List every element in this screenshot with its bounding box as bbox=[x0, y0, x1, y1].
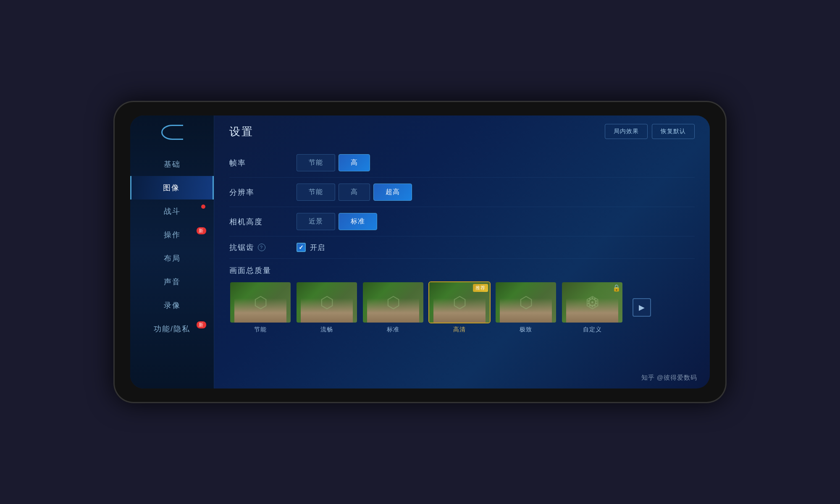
quality-card-hd-label: 高清 bbox=[453, 326, 466, 333]
quality-card-custom-img: ⚙ 🔒 bbox=[561, 281, 623, 323]
quality-card-ultra-bg bbox=[496, 282, 556, 323]
resolution-row: 分辨率 节能 高 超高 bbox=[229, 178, 695, 207]
frame-rate-economy-btn[interactable]: 节能 bbox=[297, 154, 335, 171]
anti-aliasing-controls: ✓ 开启 bbox=[297, 243, 325, 252]
quality-card-ultra-img bbox=[495, 281, 557, 323]
resolution-ultra-btn[interactable]: 超高 bbox=[373, 184, 412, 201]
quality-card-custom[interactable]: ⚙ 🔒 自定义 bbox=[561, 281, 623, 333]
anti-aliasing-check-label: 开启 bbox=[310, 243, 325, 252]
anti-aliasing-checkbox[interactable]: ✓ bbox=[297, 243, 306, 252]
frame-rate-label: 帧率 bbox=[229, 158, 280, 168]
logo-shape bbox=[161, 125, 183, 140]
quality-card-ultra[interactable]: 极致 bbox=[495, 281, 557, 333]
lock-icon: 🔒 bbox=[612, 284, 621, 292]
operation-badge-new: 新 bbox=[197, 227, 206, 234]
camera-height-row: 相机高度 近景 标准 bbox=[229, 207, 695, 236]
resolution-economy-btn[interactable]: 节能 bbox=[297, 184, 335, 201]
quality-card-smooth-img bbox=[296, 281, 358, 323]
quality-card-economy[interactable]: 节能 bbox=[229, 281, 291, 333]
frame-rate-high-btn[interactable]: 高 bbox=[339, 154, 370, 171]
sidebar-item-image[interactable]: 图像 bbox=[130, 176, 214, 200]
sidebar-item-recording[interactable]: 录像 bbox=[130, 294, 214, 317]
sidebar-item-combat[interactable]: 战斗 bbox=[130, 200, 214, 223]
quality-title: 画面总质量 bbox=[229, 265, 695, 276]
header-buttons: 局内效果 恢复默认 bbox=[605, 124, 695, 139]
sidebar-item-basics[interactable]: 基础 bbox=[130, 152, 214, 176]
quality-card-economy-label: 节能 bbox=[254, 326, 267, 333]
watermark: 知乎 @彼得爱数码 bbox=[641, 374, 697, 382]
quality-card-standard-bg bbox=[363, 282, 423, 323]
page-title: 设置 bbox=[229, 124, 254, 139]
play-button[interactable]: ▶ bbox=[633, 298, 651, 317]
phone-screen: 基础 图像 战斗 操作 新 布局 声音 bbox=[130, 116, 710, 388]
restore-defaults-button[interactable]: 恢复默认 bbox=[652, 124, 695, 139]
resolution-label: 分辨率 bbox=[229, 187, 280, 197]
main-content: 设置 局内效果 恢复默认 帧率 节能 高 bbox=[214, 116, 710, 388]
sidebar: 基础 图像 战斗 操作 新 布局 声音 bbox=[130, 116, 214, 388]
quality-card-ultra-label: 极致 bbox=[520, 326, 532, 333]
logo bbox=[160, 124, 185, 141]
function-badge-new: 新 bbox=[197, 321, 206, 328]
play-btn-area: ▶ bbox=[633, 298, 651, 317]
quality-card-economy-bg bbox=[230, 282, 291, 323]
quality-card-custom-label: 自定义 bbox=[583, 326, 602, 333]
settings-area: 帧率 节能 高 分辨率 节能 高 超高 bbox=[229, 148, 695, 380]
recommend-badge: 推荐 bbox=[473, 284, 488, 292]
camera-standard-btn[interactable]: 标准 bbox=[339, 213, 377, 230]
camera-height-label: 相机高度 bbox=[229, 217, 280, 227]
anti-aliasing-row: 抗锯齿 ? ✓ 开启 bbox=[229, 236, 695, 259]
quality-card-smooth-bg bbox=[297, 282, 357, 323]
combat-badge-dot bbox=[201, 205, 205, 209]
sidebar-item-layout[interactable]: 布局 bbox=[130, 247, 214, 270]
quality-card-economy-img bbox=[229, 281, 291, 323]
quality-card-standard[interactable]: 标准 bbox=[362, 281, 424, 333]
quality-card-hd-img: 推荐 bbox=[428, 281, 491, 323]
header: 设置 局内效果 恢复默认 bbox=[229, 124, 695, 139]
sidebar-item-operation[interactable]: 操作 新 bbox=[130, 223, 214, 247]
anti-aliasing-help-icon[interactable]: ? bbox=[258, 244, 265, 251]
camera-height-controls: 近景 标准 bbox=[297, 213, 377, 230]
checkmark-icon: ✓ bbox=[299, 244, 304, 251]
sidebar-item-sound[interactable]: 声音 bbox=[130, 270, 214, 294]
resolution-high-btn[interactable]: 高 bbox=[339, 184, 370, 201]
quality-card-smooth[interactable]: 流畅 bbox=[296, 281, 358, 333]
frame-rate-row: 帧率 节能 高 bbox=[229, 148, 695, 178]
in-game-effects-button[interactable]: 局内效果 bbox=[605, 124, 648, 139]
play-icon: ▶ bbox=[639, 303, 645, 312]
resolution-controls: 节能 高 超高 bbox=[297, 184, 412, 201]
sidebar-item-function-privacy[interactable]: 功能/隐私 新 bbox=[130, 317, 214, 341]
quality-section: 画面总质量 节能 bbox=[229, 265, 695, 333]
quality-card-standard-img bbox=[362, 281, 424, 323]
quality-cards: 节能 流畅 bbox=[229, 281, 695, 333]
quality-card-standard-label: 标准 bbox=[387, 326, 399, 333]
phone-outer: 基础 图像 战斗 操作 新 布局 声音 bbox=[113, 101, 727, 403]
quality-card-smooth-label: 流畅 bbox=[320, 326, 333, 333]
quality-card-hd[interactable]: 推荐 高清 bbox=[428, 281, 491, 333]
camera-close-btn[interactable]: 近景 bbox=[297, 213, 335, 230]
sidebar-items: 基础 图像 战斗 操作 新 布局 声音 bbox=[130, 152, 214, 341]
frame-rate-controls: 节能 高 bbox=[297, 154, 370, 171]
anti-aliasing-label: 抗锯齿 ? bbox=[229, 242, 280, 252]
